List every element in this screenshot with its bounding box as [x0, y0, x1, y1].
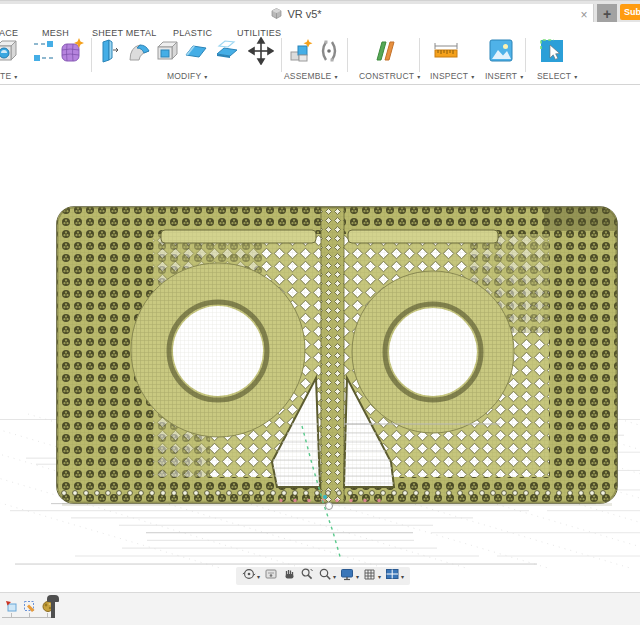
close-tab-icon[interactable]: ×: [577, 7, 591, 23]
subscribe-button[interactable]: Sub: [620, 4, 640, 20]
timeline-sketch-feature[interactable]: [23, 599, 37, 612]
viewports-button[interactable]: ▾: [384, 566, 405, 586]
joint-icon: [316, 37, 342, 69]
document-title: VR v5*: [287, 8, 321, 20]
ribbon-divider: [281, 38, 282, 72]
measure-ruler-icon: [432, 37, 460, 69]
navigation-bar: ▾ ▾ ▾ ▾: [236, 567, 410, 585]
ribbon-divider: [525, 38, 526, 72]
ribbon-divider: [419, 38, 420, 72]
press-pull-icon: [154, 37, 180, 69]
fusion-window: VR v5* × + Sub ACE MESH SHEET METAL PLAS…: [0, 0, 640, 625]
display-settings-icon: [340, 567, 355, 585]
fit-magnifier-icon: [318, 567, 332, 585]
create-group-dropdown[interactable]: TE▾: [0, 71, 17, 81]
inspect-group-dropdown[interactable]: INSPECT▾: [430, 71, 474, 81]
offset-face-icon: [214, 37, 240, 69]
assemble-group-dropdown[interactable]: ASSEMBLE▾: [284, 71, 338, 81]
flange-tool[interactable]: [96, 38, 124, 68]
insert-group-dropdown[interactable]: INSERT▾: [485, 71, 523, 81]
viewports-icon: [385, 567, 400, 585]
form-icon: [59, 37, 85, 69]
chevron-down-icon: ▾: [356, 573, 359, 580]
chevron-down-icon: ▾: [378, 573, 381, 580]
joint-tool[interactable]: [315, 38, 343, 68]
flange-icon: [97, 37, 123, 69]
ribbon-divider: [91, 38, 92, 72]
grid-and-snaps-button[interactable]: ▾: [362, 566, 382, 586]
modify-group-dropdown[interactable]: MODIFY▾: [167, 71, 207, 81]
zoom-cursor-icon: [300, 567, 314, 585]
measure-tool[interactable]: [432, 38, 460, 68]
orbit-icon: [242, 567, 256, 585]
chevron-down-icon: ▾: [401, 573, 404, 580]
select-group-dropdown[interactable]: SELECT▾: [537, 71, 578, 81]
timeline-mesh-feature[interactable]: [5, 599, 19, 612]
chevron-down-icon: ▾: [333, 573, 336, 580]
insert-image-tool[interactable]: [487, 38, 515, 68]
chevron-down-icon: ▾: [14, 73, 17, 80]
mesh-edit-icon: [31, 37, 57, 69]
chevron-down-icon: ▾: [204, 73, 207, 80]
look-at-button[interactable]: [263, 566, 279, 586]
create-form-tool[interactable]: [58, 38, 86, 68]
sketch-icon: [23, 599, 37, 616]
mesh-body-icon: [5, 599, 19, 616]
press-pull-tool[interactable]: [153, 38, 181, 68]
construct-plane-tool[interactable]: [371, 38, 399, 68]
model-viewport[interactable]: ▾ ▾ ▾ ▾: [0, 84, 640, 592]
model-canvas[interactable]: [0, 0, 640, 625]
bend-icon: [126, 37, 152, 69]
bend-tool[interactable]: [125, 38, 153, 68]
new-tab-button[interactable]: +: [597, 4, 617, 23]
create-box-tool[interactable]: [0, 38, 20, 68]
construct-group-dropdown[interactable]: CONSTRUCT▾: [359, 71, 420, 81]
grid-icon: [363, 567, 377, 585]
offset-face-tool[interactable]: [213, 38, 241, 68]
sketch-point-handle[interactable]: [326, 503, 333, 510]
move-icon: [248, 37, 274, 69]
chevron-down-icon: ▾: [257, 573, 260, 580]
select-tool[interactable]: [538, 38, 566, 68]
fit-button[interactable]: ▾: [317, 566, 337, 586]
new-component-icon: [288, 37, 314, 69]
orbit-button[interactable]: ▾: [241, 566, 261, 586]
ribbon-divider: [347, 38, 348, 72]
sketch-point-teal[interactable]: [323, 495, 327, 499]
pan-hand-icon: [282, 567, 296, 585]
thicken-tool[interactable]: [182, 38, 210, 68]
timeline: [0, 592, 640, 625]
document-tab[interactable]: VR v5* ×: [0, 4, 594, 23]
chevron-down-icon: ▾: [520, 73, 523, 80]
document-icon: [271, 5, 282, 23]
chevron-down-icon: ▾: [334, 73, 337, 80]
insert-image-icon: [488, 37, 514, 69]
look-at-icon: [264, 567, 278, 585]
zoom-button[interactable]: [299, 566, 315, 586]
chevron-down-icon: ▾: [574, 73, 577, 80]
chevron-down-icon: ▾: [471, 73, 474, 80]
timeline-playhead[interactable]: [47, 595, 59, 619]
vr-headset-model[interactable]: [57, 207, 617, 506]
new-component-tool[interactable]: [287, 38, 315, 68]
document-tab-bar: VR v5* × + Sub: [0, 0, 640, 23]
select-cursor-icon: [539, 37, 565, 69]
thicken-icon: [183, 37, 209, 69]
display-settings-button[interactable]: ▾: [339, 566, 360, 586]
box-circle-icon: [0, 37, 19, 69]
mesh-edit-tool[interactable]: [30, 38, 58, 68]
move-copy-tool[interactable]: [247, 38, 275, 68]
construct-planes-icon: [372, 37, 398, 69]
pan-button[interactable]: [281, 566, 297, 586]
chevron-down-icon: ▾: [417, 73, 420, 80]
toolbar-ribbon: ACE MESH SHEET METAL PLASTIC UTILITIES: [0, 22, 640, 85]
